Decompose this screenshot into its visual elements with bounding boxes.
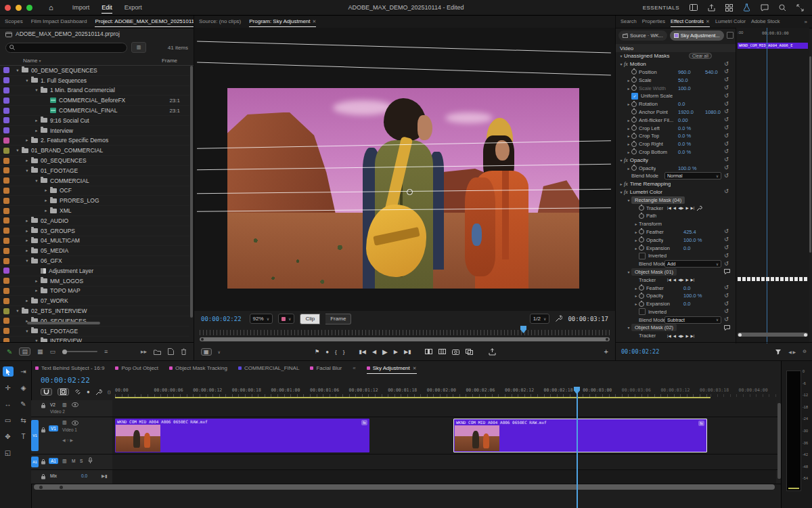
timeline-timecode[interactable]: 00:00:02:22 [41,376,90,385]
effect-row-anchor-point[interactable]: Anchor Point1920.01080.0↺ [616,108,735,117]
twirl-icon[interactable]: ▸ [626,86,631,91]
tab-overflow-icon[interactable]: » [805,19,807,25]
checkbox[interactable] [639,308,646,315]
twirl-icon[interactable]: ▸ [34,128,39,133]
param-value[interactable]: 50.0 [678,77,688,83]
effect-row-scale-width[interactable]: ▸Scale Width100.0↺ [616,84,735,92]
tab-project-adobe-max-demo-202510114[interactable]: Project: ADOBE_MAX_DEMO_202510114✕ [95,16,194,28]
twirl-icon[interactable]: ▸ [24,238,30,243]
settings-dropdown[interactable]: ∨ [278,314,294,324]
monitor-mini-ruler[interactable] [200,327,610,335]
effect-row-anti-flicker-fil[interactable]: ▸Anti-flicker Fil...0.00↺ [616,116,735,124]
add-marker-icon[interactable]: ⚑ [315,349,319,355]
comparison-view-icon[interactable] [466,349,473,355]
close-window-button[interactable] [5,5,11,11]
label-color-chip[interactable] [3,198,9,204]
twirl-icon[interactable]: ▸ [24,218,30,224]
param-value[interactable]: 0.0 [683,245,690,251]
reset-param-icon[interactable]: ↺ [724,157,729,163]
reset-param-icon[interactable]: ↺ [724,142,729,147]
project-item-adjustment-layer[interactable]: Adjustment Layer [0,266,189,276]
param-value[interactable]: 960.0 [678,69,691,75]
stopwatch-icon[interactable] [631,77,637,83]
project-item-02-audio[interactable]: ▸02_AUDIO [0,216,189,226]
project-item-commercial-beforefx[interactable]: COMMERCIAL_BeforeFX23:1 [0,96,189,106]
project-item-02-bts-interview[interactable]: ▾02_BTS_INTERVIEW [0,306,189,316]
effect-row-lumetri-color[interactable]: ▾fxLumetri Color↺ [616,188,735,196]
twirl-icon[interactable]: ▸ [633,246,639,251]
effect-row-motion[interactable]: ▾fxMotion↺ [616,60,735,68]
project-horizontal-scrollbar[interactable] [27,322,100,324]
twirl-icon[interactable]: ▸ [626,126,631,131]
twirl-icon[interactable]: ▸ [24,298,30,303]
label-color-chip[interactable] [3,308,9,314]
timeline-ruler[interactable]: 00:0000:00:00:0600:00:00:1200:00:00:1800… [31,387,782,399]
twirl-icon[interactable]: ▾ [24,78,30,83]
twirl-icon[interactable]: ▾ [24,329,30,334]
tab-properties[interactable]: Properties [642,16,665,28]
stopwatch-icon[interactable] [639,205,644,211]
timeline-clip-1[interactable]: WKND_COM_MID_A004_A006_0650EC_RAW.mxffx [115,419,369,452]
slip-tool[interactable]: ↔ [3,399,14,409]
menu-import[interactable]: Import [72,4,90,11]
project-item-00-demo-sequences[interactable]: ▾00_DEMO_SEQUENCES [0,66,189,76]
param-value[interactable]: 1080.0 [705,109,721,115]
stopwatch-icon[interactable] [631,69,637,75]
track-a1-header[interactable]: A1 A1 ▥ M S [31,454,113,469]
project-item-ocf[interactable]: ▸OCF [0,186,189,196]
reset-param-icon[interactable]: ↺ [724,317,729,322]
label-color-chip[interactable] [3,77,9,83]
reset-param-icon[interactable]: ↺ [724,62,729,67]
effects-checkbox[interactable] [727,32,734,39]
label-color-chip[interactable] [3,127,9,133]
label-color-chip[interactable] [3,288,9,294]
reset-param-icon[interactable]: ↺ [724,109,729,114]
new-item-icon[interactable] [168,348,174,355]
param-value[interactable]: 0.0 [678,101,685,107]
timeline-horizontal-scrollbar[interactable] [34,484,775,490]
twirl-icon[interactable]: ▸ [626,102,631,106]
twirl-icon[interactable]: ▾ [626,270,631,274]
automate-to-sequence-icon[interactable]: ▸▸ [141,348,147,355]
mute-icon[interactable]: M [72,459,75,463]
stopwatch-icon[interactable] [639,213,644,219]
effect-row-unassigned-masks[interactable]: ▾Unassigned MasksClear all [616,52,735,60]
param-value[interactable]: 540.0 [705,69,718,75]
quick-export-icon[interactable] [489,348,496,356]
go-to-out-icon[interactable]: ▶▮ [404,349,411,355]
effect-row-object-mask-02[interactable]: ▾Object Mask (02) [616,324,735,332]
effect-row-tracker[interactable]: Tracker|◀◀◀▶▶▶| [616,332,735,340]
param-value[interactable]: 0.0 [683,301,690,307]
project-item-1-min-brand-commercial[interactable]: ▾1 Min. Brand Commercial [0,86,189,96]
timeline-playhead[interactable] [577,388,578,508]
reset-param-icon[interactable]: ↺ [724,117,729,123]
effect-row-transform[interactable]: ▸Transform [616,220,735,228]
reset-param-icon[interactable]: ↺ [724,253,729,259]
label-color-chip[interactable] [3,318,9,324]
source-patch-v1[interactable]: V1 [31,420,39,451]
effect-row-rectangle-mask-04[interactable]: ▾Rectangle Mask (04) [616,196,735,204]
project-item-interview[interactable]: ▸Interview [0,126,189,136]
track-v2-chip[interactable]: V2 [50,402,55,407]
mask-outline-segment[interactable] [197,62,611,75]
mic-icon[interactable] [88,457,93,464]
effect-row-path[interactable]: Path [616,212,735,220]
effects-video-section-header[interactable]: Video▲ [616,44,743,52]
stopwatch-icon[interactable] [631,149,637,154]
zoom-window-button[interactable] [26,5,32,11]
twirl-icon[interactable]: ▾ [24,168,30,173]
lock-icon[interactable] [41,402,46,408]
tab-search[interactable]: Search [621,16,637,28]
effects-kf-scrollbar[interactable] [738,333,808,337]
menu-edit[interactable]: Edit [102,4,112,11]
mask-label[interactable]: Object Mask (02) [631,324,677,331]
stopwatch-icon[interactable] [631,142,637,147]
frame-column-header[interactable]: Frame [162,58,177,64]
reset-param-icon[interactable]: ↺ [724,85,729,91]
step-forward-icon[interactable]: ▶ [394,349,398,355]
project-item-1-full-sequences[interactable]: ▾1. Full Sequences [0,76,189,86]
hand-tool[interactable]: ✥ [3,431,14,442]
sequence-tab-sky-adjustment[interactable]: Sky Adjustment✕ [367,362,417,374]
filter-bin-button[interactable]: ▥ [131,42,146,53]
label-color-chip[interactable] [3,108,9,114]
